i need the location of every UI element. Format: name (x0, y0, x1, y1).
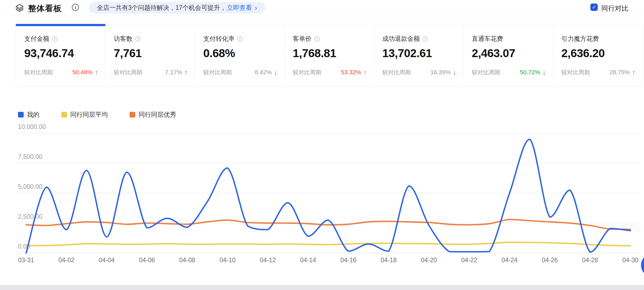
compare-percent: 50.48% (72, 69, 93, 76)
metric-title: 引力魔方花费 (561, 35, 599, 43)
metric-value: 13,702.61 (382, 47, 456, 60)
metric-value: 0.68% (203, 47, 277, 60)
page-title: 整体看板 (28, 3, 62, 14)
x-axis-tick-label: 04-16 (341, 257, 357, 264)
compare-percent: 16.39% (430, 69, 451, 76)
y-axis-tick-label: 5,000.00 (18, 183, 42, 190)
legend-label: 同行同层优秀 (139, 110, 176, 119)
x-axis-tick-label: 04-06 (139, 257, 155, 264)
x-axis-tick-label: 04-10 (220, 257, 236, 264)
metric-card-ylmf-spend[interactable]: 引力魔方花费 ? 2,636.20 较对比周期 28.75% ↑ (553, 24, 642, 86)
compare-label: 较对比周期 (203, 69, 232, 76)
series-line-0 (26, 139, 630, 253)
x-axis-tick-label: 04-02 (59, 257, 75, 264)
active-tab-indicator (16, 24, 106, 26)
trend-arrow-icon: ↑ (632, 69, 636, 76)
x-axis-tick-label: 04-22 (461, 257, 477, 264)
compare-label: 较对比周期 (293, 69, 321, 76)
legend-swatch-peer-excellent (130, 112, 135, 118)
legend-swatch-mine (18, 112, 24, 118)
compare-label: 较对比周期 (472, 69, 500, 76)
metric-card-avg-order-value[interactable]: 客单价 ? 1,768.81 较对比周期 53.32% ↑ (284, 24, 374, 86)
compare-percent: 8.42% (255, 69, 272, 76)
legend-swatch-peer-average (61, 112, 67, 118)
compare-percent: 50.72% (520, 69, 540, 76)
metric-card-ztc-spend[interactable]: 直通车花费 ? 2,463.07 较对比周期 50.72% ↓ (463, 24, 553, 86)
x-axis-tick-label: 04-30 (622, 257, 639, 264)
view-now-link[interactable]: 立即查看 (227, 4, 252, 12)
header-bar: 整体看板 i 全店一共有3个问题待解决，17个机会可提升， 立即查看 › ✓ 同… (0, 0, 644, 15)
notice-banner: 全店一共有3个问题待解决，17个机会可提升， 立即查看 › (89, 2, 265, 14)
metric-value: 2,636.20 (561, 47, 635, 60)
metric-value: 93,746.74 (24, 47, 98, 60)
trend-arrow-icon: ↓ (274, 69, 277, 76)
peer-compare-label: 同行对比 (601, 4, 628, 13)
help-icon[interactable]: ? (314, 36, 320, 42)
trend-arrow-icon: ↓ (542, 69, 546, 76)
series-line-1 (26, 242, 630, 246)
x-axis-tick-label: 04-14 (300, 257, 316, 264)
peer-compare-checkbox[interactable]: ✓ (590, 4, 598, 11)
compare-percent: 7.17% (165, 69, 182, 76)
chevron-right-icon[interactable]: › (254, 4, 257, 12)
bottom-scrollbar[interactable] (0, 285, 644, 290)
legend-item-mine[interactable]: 我的 (18, 110, 39, 119)
metric-card-refund-amount[interactable]: 成功退款金额 ? 13,702.61 较对比周期 16.39% ↓ (374, 24, 463, 86)
metric-title: 客单价 (293, 35, 312, 43)
metric-title: 成功退款金额 (382, 35, 420, 43)
legend-item-peer-average[interactable]: 同行同层平均 (61, 110, 108, 119)
metric-title: 支付金额 (24, 35, 49, 43)
notice-text: 全店一共有3个问题待解决，17个机会可提升， (97, 4, 226, 12)
x-axis-tick-label: 04-18 (381, 257, 397, 264)
trend-arrow-icon: ↓ (453, 69, 456, 76)
help-icon[interactable]: ? (52, 36, 57, 42)
metric-card-row: 支付金额 ? 93,746.74 较对比周期 50.48% ↑ 访客数 ? 7,… (16, 24, 643, 87)
metric-title: 支付转化率 (203, 35, 235, 43)
metric-title: 直通车花费 (472, 35, 503, 43)
compare-percent: 28.75% (609, 69, 630, 76)
help-icon[interactable]: ? (135, 36, 141, 42)
compare-percent: 53.32% (341, 69, 361, 76)
x-axis-tick-label: 04-28 (582, 257, 598, 264)
y-axis-tick-label: 2,500.00 (18, 213, 42, 220)
trend-chart: 10,000.007,500.005,000.002,500.000.0003-… (0, 120, 644, 272)
metric-title: 访客数 (114, 35, 133, 43)
metric-card-pay-amount[interactable]: 支付金额 ? 93,746.74 较对比周期 50.48% ↑ (16, 24, 105, 86)
x-axis-tick-label: 04-12 (260, 257, 276, 264)
x-axis-tick-label: 04-20 (421, 257, 437, 264)
metric-value: 1,768.81 (293, 47, 367, 60)
trend-arrow-icon: ↑ (184, 69, 188, 76)
info-icon[interactable]: i (72, 4, 79, 11)
compare-label: 较对比周期 (24, 69, 53, 76)
legend-label: 同行同层平均 (70, 110, 108, 119)
trend-arrow-icon: ↑ (95, 69, 98, 76)
layers-icon (15, 4, 24, 12)
x-axis-tick-label: 03-31 (18, 257, 34, 264)
legend-item-peer-excellent[interactable]: 同行同层优秀 (130, 110, 176, 119)
metric-card-visitors[interactable]: 访客数 ? 7,761 较对比周期 7.17% ↑ (105, 24, 195, 86)
metric-card-conversion-rate[interactable]: 支付转化率 ? 0.68% 较对比周期 8.42% ↓ (195, 24, 284, 86)
compare-label: 较对比周期 (382, 69, 411, 76)
x-axis-tick-label: 04-24 (502, 257, 518, 264)
series-line-2 (26, 220, 630, 229)
x-axis-tick-label: 04-04 (99, 257, 115, 264)
y-axis-tick-label: 7,500.00 (18, 153, 42, 160)
compare-label: 较对比周期 (561, 69, 590, 76)
chart-legend: 我的 同行同层平均 同行同层优秀 (18, 110, 176, 119)
help-icon[interactable]: ? (422, 36, 428, 42)
metric-value: 2,463.07 (472, 47, 546, 60)
compare-label: 较对比周期 (114, 69, 142, 76)
trend-arrow-icon: ↑ (363, 69, 367, 76)
legend-label: 我的 (27, 110, 39, 119)
help-icon[interactable]: ? (237, 36, 243, 42)
metric-value: 7,761 (114, 47, 188, 60)
overall-dashboard: 整体看板 i 全店一共有3个问题待解决，17个机会可提升， 立即查看 › ✓ 同… (0, 0, 644, 290)
x-axis-tick-label: 04-26 (542, 257, 558, 264)
x-axis-tick-label: 04-08 (179, 257, 195, 264)
y-axis-tick-label: 10,000.00 (18, 123, 46, 130)
